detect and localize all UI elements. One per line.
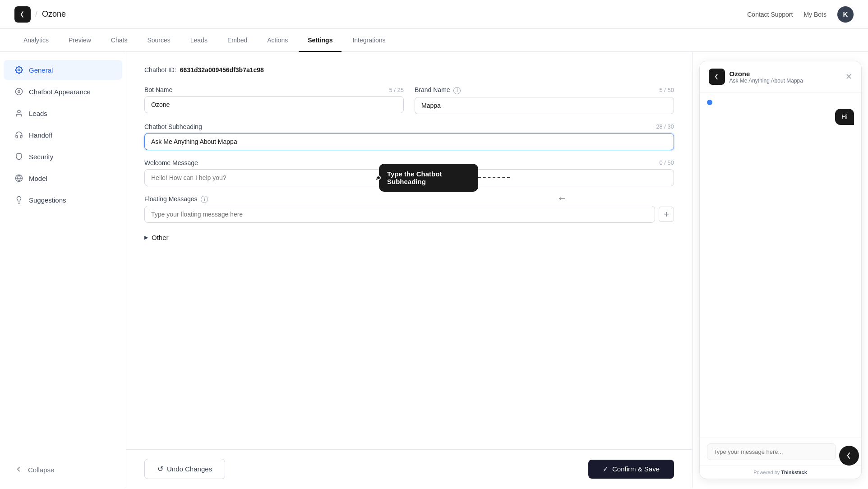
chat-bubble-right: Hi [707, 109, 854, 125]
bot-brand-row: Bot Name 5 / 25 Brand Name i 5 / 50 [144, 86, 674, 114]
content-area: Chatbot ID: 6631d32a009456df3b7a1c98 Bot… [126, 52, 692, 488]
chat-bot-name: Ozone [729, 70, 803, 78]
svg-point-0 [18, 69, 20, 71]
chat-bot-icon [709, 69, 725, 85]
sidebar-item-label-general: General [29, 66, 53, 74]
brand-name-count: 5 / 50 [659, 87, 674, 93]
sidebar-item-security[interactable]: Security [4, 147, 122, 166]
brand-name-input[interactable] [415, 97, 674, 114]
preview-panel: Ozone Ask Me Anything About Mappa ✕ Hi [692, 52, 868, 488]
avatar[interactable]: K [837, 6, 854, 23]
tooltip-bubble: Type the Chatbot Subheading [379, 164, 478, 192]
bot-name-input[interactable] [144, 96, 404, 113]
chevron-right-icon: ▶ [144, 235, 148, 240]
tab-preview[interactable]: Preview [60, 29, 100, 52]
confirm-save-button[interactable]: ✓ Confirm & Save [588, 460, 674, 479]
chat-header-left: Ozone Ask Me Anything About Mappa [709, 69, 803, 85]
chatbot-id-label: Chatbot ID: [144, 66, 176, 74]
other-label: Other [152, 234, 169, 241]
shield-icon [14, 152, 23, 161]
footer-buttons: ↺ Undo Changes ✓ Confirm & Save [126, 449, 692, 488]
floating-label-row: Floating Messages i [144, 195, 674, 203]
nav-tabs: Analytics Preview Chats Sources Leads Em… [0, 29, 868, 52]
tab-integrations[interactable]: Integrations [343, 29, 394, 52]
subheading-count: 28 / 30 [656, 123, 674, 130]
chat-message-input[interactable] [707, 443, 836, 460]
person-icon [14, 109, 23, 118]
sidebar-collapse[interactable]: Collapse [4, 460, 122, 480]
sidebar-item-label-security: Security [29, 153, 53, 161]
chat-body: Hi [700, 92, 861, 438]
sidebar-item-general[interactable]: General [4, 60, 122, 80]
floating-info-icon[interactable]: i [201, 196, 208, 203]
floating-section: Floating Messages i + [144, 195, 674, 223]
undo-icon: ↺ [157, 465, 163, 473]
floating-input-row: + [144, 206, 674, 223]
floating-label: Floating Messages i [144, 195, 208, 203]
chat-close-button[interactable]: ✕ [845, 72, 852, 82]
tab-analytics[interactable]: Analytics [14, 29, 58, 52]
sidebar-item-label-handoff: Handoff [29, 131, 52, 139]
other-section[interactable]: ▶ Other [144, 232, 674, 243]
sidebar-item-suggestions[interactable]: Suggestions [4, 190, 122, 210]
chat-header: Ozone Ask Me Anything About Mappa ✕ [700, 61, 861, 92]
lightbulb-icon [14, 195, 23, 204]
subheading-label-row: Chatbot Subheading 28 / 30 [144, 123, 674, 130]
collapse-icon [14, 465, 23, 475]
subheading-label: Chatbot Subheading [144, 123, 202, 130]
sidebar-item-label-appearance: Chatbot Appearance [29, 88, 91, 96]
chatbot-id-value: 6631d32a009456df3b7a1c98 [180, 66, 264, 74]
chat-powered: Powered by Thinkstack [700, 466, 861, 479]
arrow-pointer: ← [557, 193, 567, 204]
app-name: Ozone [42, 9, 66, 19]
brand-name-info-icon[interactable]: i [453, 87, 461, 94]
breadcrumb-slash: / [35, 9, 37, 19]
sidebar-item-leads[interactable]: Leads [4, 103, 122, 123]
subheading-input[interactable] [144, 133, 674, 150]
sidebar-item-chatbot-appearance[interactable]: Chatbot Appearance [4, 82, 122, 101]
chat-footer [700, 438, 861, 466]
gear-icon [14, 65, 23, 74]
add-floating-button[interactable]: + [659, 207, 674, 222]
undo-changes-button[interactable]: ↺ Undo Changes [144, 459, 225, 479]
check-icon: ✓ [603, 465, 609, 473]
tab-actions[interactable]: Actions [258, 29, 297, 52]
collapse-label: Collapse [28, 466, 54, 474]
sidebar-item-handoff[interactable]: Handoff [4, 125, 122, 145]
topbar-left: / Ozone [14, 6, 66, 23]
tab-leads[interactable]: Leads [181, 29, 217, 52]
tab-settings[interactable]: Settings [299, 29, 342, 52]
svg-point-2 [18, 91, 20, 93]
globe-icon [14, 174, 23, 183]
topbar: / Ozone Contact Support My Bots K [0, 0, 868, 29]
bot-name-label: Bot Name [144, 86, 172, 93]
chat-bot-info: Ozone Ask Me Anything About Mappa [729, 70, 803, 84]
chatbot-id-row: Chatbot ID: 6631d32a009456df3b7a1c98 [144, 66, 674, 74]
tab-embed[interactable]: Embed [218, 29, 256, 52]
main-layout: General Chatbot Appearance Leads [0, 52, 868, 488]
chat-bot-sub: Ask Me Anything About Mappa [729, 78, 803, 84]
brand-name-label-row: Brand Name i 5 / 50 [415, 86, 674, 94]
sidebar-item-model[interactable]: Model [4, 168, 122, 188]
brand-name-field: Brand Name i 5 / 50 [415, 86, 674, 114]
tab-sources[interactable]: Sources [138, 29, 179, 52]
floating-input[interactable] [144, 206, 655, 223]
chat-hi-bubble: Hi [835, 109, 854, 125]
contact-support-link[interactable]: Contact Support [747, 11, 793, 18]
sidebar-item-label-leads: Leads [29, 110, 47, 117]
subheading-section: Chatbot Subheading 28 / 30 [144, 123, 674, 150]
svg-point-1 [16, 88, 23, 95]
bot-name-label-row: Bot Name 5 / 25 [144, 86, 404, 93]
tooltip-arrow [478, 177, 510, 178]
sidebar-item-label-model: Model [29, 175, 47, 182]
my-bots-link[interactable]: My Bots [803, 11, 826, 18]
tab-chats[interactable]: Chats [102, 29, 137, 52]
svg-point-3 [18, 110, 20, 113]
sidebar-item-label-suggestions: Suggestions [29, 196, 66, 204]
logo-icon[interactable] [14, 6, 31, 23]
headset-icon [14, 130, 23, 139]
chat-fab-button[interactable] [839, 446, 859, 466]
tooltip-dot-icon [376, 175, 381, 180]
welcome-label: Welcome Message [144, 159, 198, 166]
bot-name-field: Bot Name 5 / 25 [144, 86, 404, 114]
